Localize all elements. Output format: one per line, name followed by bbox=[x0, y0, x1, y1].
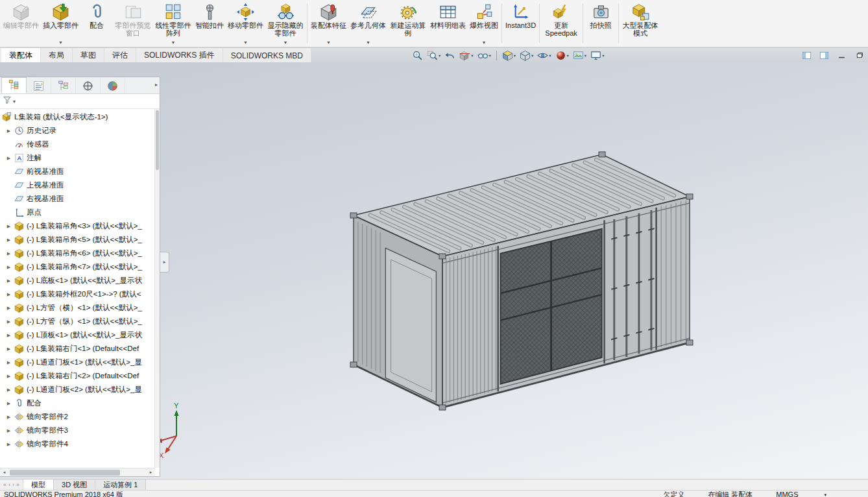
ribbon-button-snapshot[interactable]: 拍快照 bbox=[585, 0, 617, 47]
panel-tab-property-manager[interactable] bbox=[27, 79, 51, 93]
expand-arrow-icon[interactable]: ▶ bbox=[4, 292, 14, 297]
scrollbar-thumb[interactable] bbox=[10, 470, 120, 476]
viewtool-apply-scene[interactable]: ▾ bbox=[571, 49, 588, 62]
viewtool-view-orientation[interactable]: ▾ bbox=[500, 49, 518, 62]
tree-item[interactable]: ▶镜向零部件4 bbox=[0, 437, 155, 451]
expand-arrow-icon[interactable]: ▶ bbox=[4, 415, 14, 420]
tree-item[interactable]: ▶(-) L集装箱外框20尺<1>->? (默认< bbox=[0, 287, 155, 301]
viewtool-section-view[interactable]: ▾ bbox=[457, 49, 475, 62]
document-tab-1[interactable]: 3D 视图 bbox=[54, 479, 95, 490]
expand-arrow-icon[interactable]: ▶ bbox=[4, 251, 14, 256]
tree-item[interactable]: ▶(-) L顶板<1> (默认<<默认>_显示状 bbox=[0, 328, 155, 342]
dropdown-arrow-icon[interactable]: ▾ bbox=[549, 53, 551, 58]
panel-tab-dimxpert[interactable] bbox=[76, 79, 101, 93]
panel-tab-display-manager[interactable] bbox=[101, 79, 125, 93]
ribbon-tab-3[interactable]: 评估 bbox=[104, 48, 136, 63]
ribbon-button-motion-study[interactable]: 新建运动算例 bbox=[388, 0, 428, 47]
viewtool-view-settings[interactable]: ▾ bbox=[588, 49, 606, 62]
panel-tab-configuration[interactable] bbox=[51, 79, 76, 93]
ribbon-tab-0[interactable]: 装配体 bbox=[1, 48, 41, 63]
ribbon-button-bom[interactable]: 材料明细表 bbox=[428, 0, 468, 47]
ribbon-button-move-component[interactable]: 移动零部件▼ bbox=[226, 0, 265, 47]
expand-arrow-icon[interactable]: ▶ bbox=[4, 401, 14, 406]
tree-item[interactable]: ▶A注解 bbox=[0, 151, 155, 165]
viewtool-annotation-view[interactable]: ▾ bbox=[476, 49, 493, 62]
tree-item[interactable]: ▶(-) L集装箱吊角<6> (默认<<默认>_ bbox=[0, 247, 155, 260]
tree-item[interactable]: ▶历史记录 bbox=[0, 124, 155, 138]
expand-arrow-icon[interactable]: ▶ bbox=[4, 237, 14, 243]
ribbon-tab-5[interactable]: SOLIDWORKS MBD bbox=[223, 48, 311, 63]
viewtool-edit-appearance[interactable]: ▾ bbox=[553, 49, 571, 62]
scroll-right-arrow[interactable]: ▸ bbox=[147, 470, 155, 475]
tree-item[interactable]: 原点 bbox=[0, 206, 155, 219]
ribbon-button-instant3d[interactable]: Instant3D bbox=[503, 0, 538, 47]
dropdown-arrow-icon[interactable]: ▼ bbox=[366, 40, 370, 45]
expand-arrow-icon[interactable]: ▶ bbox=[4, 278, 14, 284]
tree-item[interactable]: ▶(-) L集装箱右门<1> (Default<<Def bbox=[0, 342, 155, 356]
tree-item[interactable]: ▶(-) L方管（纵）<1> (默认<<默认>_ bbox=[0, 315, 155, 328]
expand-arrow-icon[interactable]: ▶ bbox=[4, 128, 14, 134]
expand-arrow-icon[interactable]: ▶ bbox=[4, 156, 14, 161]
tree-root-item[interactable]: L集装箱 (默认<显示状态-1>) bbox=[0, 110, 155, 124]
expand-arrow-icon[interactable]: ▶ bbox=[4, 442, 14, 447]
ribbon-button-show-hidden[interactable]: 显示隐藏的零部件▼ bbox=[265, 0, 306, 47]
pane-right-button[interactable] bbox=[819, 51, 829, 60]
filter-dropdown-arrow[interactable]: ▾ bbox=[13, 99, 16, 104]
tab-nav-arrow[interactable]: › bbox=[12, 481, 14, 488]
ribbon-tab-4[interactable]: SOLIDWORKS 插件 bbox=[136, 48, 223, 63]
scrollbar-thumb[interactable] bbox=[156, 110, 159, 170]
tree-item[interactable]: ▶(-) L通道门板<2> (默认<<默认>_显 bbox=[0, 383, 155, 396]
dropdown-arrow-icon[interactable]: ▼ bbox=[283, 40, 288, 45]
dropdown-arrow-icon[interactable]: ▾ bbox=[439, 53, 440, 58]
tab-nav-arrow[interactable]: ‹ bbox=[8, 481, 10, 488]
expand-arrow-icon[interactable]: ▶ bbox=[4, 387, 14, 393]
ribbon-button-component-preview[interactable]: 零部件预览窗口 bbox=[113, 0, 153, 47]
dropdown-arrow-icon[interactable]: ▾ bbox=[824, 491, 826, 497]
dropdown-arrow-icon[interactable]: ▼ bbox=[243, 40, 248, 45]
expand-arrow-icon[interactable]: ▶ bbox=[4, 333, 14, 338]
viewtool-display-style[interactable]: ▾ bbox=[518, 49, 535, 62]
tree-item[interactable]: 前视基准面 bbox=[0, 165, 155, 178]
expand-arrow-icon[interactable]: ▶ bbox=[4, 306, 14, 311]
expand-arrow-icon[interactable]: ▶ bbox=[4, 428, 14, 433]
viewtool-previous-view[interactable] bbox=[442, 49, 457, 62]
dropdown-arrow-icon[interactable]: ▾ bbox=[471, 53, 473, 58]
tree-item[interactable]: ▶(-) L方管（横）<1> (默认<<默认>_ bbox=[0, 301, 155, 315]
viewtool-zoom-fit[interactable] bbox=[410, 49, 425, 62]
tab-nav-arrow[interactable]: » bbox=[16, 481, 19, 488]
dropdown-arrow-icon[interactable]: ▾ bbox=[489, 53, 491, 58]
tree-item[interactable]: ▶(-) L通道门板<1> (默认<<默认>_显 bbox=[0, 356, 155, 369]
tree-item[interactable]: ▶(-) L集装箱吊角<3> (默认<<默认>_ bbox=[0, 219, 155, 233]
tree-item[interactable]: ▶(-) L底板<1> (默认<<默认>_显示状 bbox=[0, 274, 155, 287]
dropdown-arrow-icon[interactable]: ▾ bbox=[602, 53, 604, 58]
scroll-left-arrow[interactable]: ◂ bbox=[0, 470, 8, 475]
ribbon-tab-1[interactable]: 布局 bbox=[41, 48, 73, 63]
minimize-button[interactable] bbox=[837, 51, 847, 60]
tree-item[interactable]: ▶(-) L集装箱吊角<5> (默认<<默认>_ bbox=[0, 233, 155, 247]
ribbon-button-exploded-view[interactable]: 爆炸视图▼ bbox=[468, 0, 500, 47]
panel-splitter-button[interactable]: ▸ bbox=[160, 252, 169, 273]
pane-left-button[interactable] bbox=[802, 51, 812, 60]
document-tab-2[interactable]: 运动算例 1 bbox=[95, 479, 146, 490]
ribbon-button-large-assembly[interactable]: 大型装配体模式 bbox=[620, 0, 660, 47]
expand-arrow-icon[interactable]: ▶ bbox=[4, 265, 14, 270]
expand-arrow-icon[interactable]: ▶ bbox=[4, 360, 14, 365]
tree-item[interactable]: 传感器 bbox=[0, 138, 155, 151]
tree-item[interactable]: 上视基准面 bbox=[0, 178, 155, 192]
ribbon-tab-2[interactable]: 草图 bbox=[73, 48, 104, 63]
ribbon-button-edit-component[interactable]: 编辑零部件 bbox=[1, 0, 41, 47]
tree-horizontal-scrollbar[interactable]: ◂ ▸ bbox=[0, 468, 155, 476]
dropdown-arrow-icon[interactable]: ▾ bbox=[514, 53, 516, 58]
tab-nav-arrow[interactable]: « bbox=[3, 481, 6, 488]
ribbon-button-assembly-features[interactable]: 装配体特征▼ bbox=[309, 0, 348, 47]
tree-item[interactable]: ▶(-) L集装箱右门<2> (Default<<Def bbox=[0, 369, 155, 383]
tree-vertical-scrollbar[interactable] bbox=[154, 109, 160, 468]
panel-tab-overflow-arrow[interactable]: ▸ bbox=[155, 82, 158, 88]
tree-item[interactable]: 右视基准面 bbox=[0, 192, 155, 206]
dropdown-arrow-icon[interactable]: ▼ bbox=[326, 40, 331, 45]
dropdown-arrow-icon[interactable]: ▼ bbox=[58, 40, 63, 45]
restore-button[interactable] bbox=[854, 51, 864, 60]
panel-tab-feature-tree[interactable] bbox=[1, 77, 27, 93]
expand-arrow-icon[interactable]: ▶ bbox=[4, 374, 14, 379]
dropdown-arrow-icon[interactable]: ▼ bbox=[171, 40, 176, 45]
